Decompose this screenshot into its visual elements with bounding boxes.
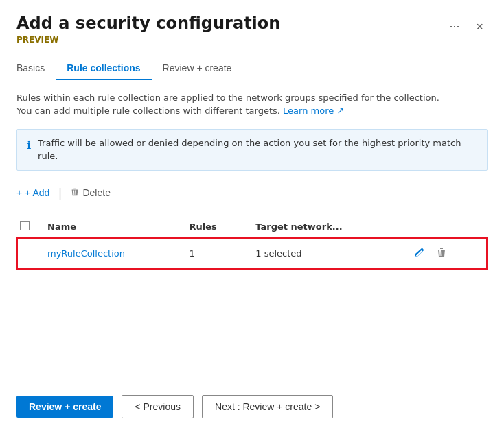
- toolbar: + + Add | Delete: [16, 185, 488, 202]
- footer: Review + create < Previous Next : Review…: [0, 385, 504, 428]
- col-header-target-network: Target network...: [247, 215, 403, 239]
- row-target-cell: 1 selected: [247, 238, 403, 269]
- previous-button[interactable]: < Previous: [122, 395, 194, 418]
- review-create-button[interactable]: Review + create: [16, 396, 113, 418]
- delete-row-button[interactable]: [433, 246, 450, 262]
- add-button[interactable]: + + Add: [16, 185, 49, 201]
- row-checkbox-cell: [17, 238, 39, 269]
- add-icon: +: [16, 187, 22, 198]
- next-button[interactable]: Next : Review + create >: [202, 395, 333, 418]
- ellipsis-button[interactable]: ···: [445, 18, 463, 35]
- col-header-name: Name: [39, 215, 181, 239]
- tab-review-create[interactable]: Review + create: [152, 57, 243, 80]
- close-button[interactable]: ×: [472, 19, 488, 34]
- tabs-nav: Basics Rule collections Review + create: [16, 57, 488, 80]
- row-actions-cell: [403, 238, 487, 269]
- rule-collections-table: Name Rules Target network... myRuleColle…: [16, 215, 488, 269]
- add-label: + Add: [25, 187, 49, 198]
- collection-name-link[interactable]: myRuleCollection: [47, 248, 125, 259]
- row-rules-cell: 1: [181, 238, 247, 269]
- dialog-header: Add a security configuration PREVIEW ···…: [16, 14, 488, 56]
- header-checkbox[interactable]: [20, 221, 30, 230]
- info-box-text: Traffic will be allowed or denied depend…: [38, 136, 477, 163]
- tab-rule-collections[interactable]: Rule collections: [56, 57, 151, 80]
- row-checkbox[interactable]: [21, 248, 30, 257]
- title-area: Add a security configuration PREVIEW: [16, 14, 280, 56]
- info-icon: ℹ: [27, 137, 31, 154]
- col-header-checkbox: [17, 215, 39, 239]
- external-link-icon: ↗: [336, 106, 344, 116]
- row-action-buttons: [411, 246, 478, 262]
- dialog: Add a security configuration PREVIEW ···…: [0, 0, 504, 428]
- col-header-actions: [403, 215, 487, 239]
- preview-badge: PREVIEW: [16, 35, 280, 45]
- delete-label: Delete: [82, 187, 110, 198]
- header-actions: ··· ×: [445, 18, 488, 35]
- table-row: myRuleCollection 1 1 selected: [17, 238, 487, 269]
- learn-more-link[interactable]: Learn more ↗: [283, 106, 344, 116]
- tab-basics[interactable]: Basics: [16, 57, 56, 80]
- info-box: ℹ Traffic will be allowed or denied depe…: [16, 129, 488, 171]
- delete-icon: [70, 187, 80, 199]
- col-header-rules: Rules: [181, 215, 247, 239]
- edit-row-button[interactable]: [411, 246, 428, 262]
- table-header-row: Name Rules Target network...: [17, 215, 487, 239]
- toolbar-divider: |: [58, 186, 62, 200]
- dialog-title: Add a security configuration: [16, 14, 280, 34]
- description-text: Rules within each rule collection are ap…: [16, 91, 456, 118]
- delete-button[interactable]: Delete: [70, 185, 110, 202]
- row-name-cell: myRuleCollection: [39, 238, 181, 269]
